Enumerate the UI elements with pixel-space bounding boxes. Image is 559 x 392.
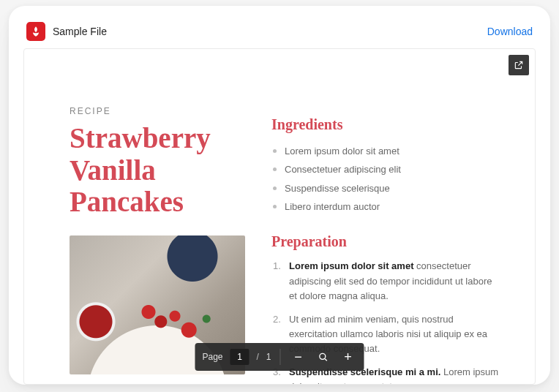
page-label: Page [202, 352, 222, 362]
total-pages: 1 [266, 352, 271, 362]
recipe-eyebrow: RECIPE [70, 106, 245, 116]
fit-page-icon [318, 351, 329, 363]
list-item: Lorem ipsum dolor sit amet consectetuer … [271, 259, 500, 303]
header-left: Sample File [26, 22, 107, 41]
plus-icon: + [344, 350, 352, 363]
page-number-input[interactable] [230, 349, 250, 365]
pdf-viewer: RECIPE Strawberry Vanilla Pancakes Ingre… [23, 48, 536, 385]
zoom-in-button[interactable]: + [339, 348, 357, 366]
list-item: Consectetuer adipiscing elit [271, 160, 500, 178]
viewer-frame: Sample File Download RECIPE Strawberry V… [9, 6, 550, 385]
toolbar-divider [280, 349, 281, 365]
page-separator: / [257, 352, 259, 362]
pdf-icon [26, 22, 45, 41]
fit-page-button[interactable] [315, 348, 332, 366]
zoom-out-button[interactable]: − [290, 348, 307, 366]
ingredients-list: Lorem ipsum dolor sit amet Consectetuer … [271, 142, 500, 216]
pdf-toolbar: Page / 1 − + [195, 343, 364, 371]
list-item: Suspendisse scelerisque [271, 179, 500, 197]
file-title: Sample File [53, 26, 107, 37]
minus-icon: − [294, 350, 302, 363]
list-item: Libero interdum auctor [271, 197, 500, 216]
recipe-title: Strawberry Vanilla Pancakes [70, 122, 245, 218]
preparation-heading: Preparation [271, 233, 500, 250]
ingredients-heading: Ingredients [271, 116, 500, 133]
step-emphasis: Lorem ipsum dolor sit amet [289, 260, 413, 271]
download-link[interactable]: Download [487, 26, 533, 37]
document-page: RECIPE Strawberry Vanilla Pancakes Ingre… [24, 49, 535, 385]
svg-point-0 [320, 353, 326, 359]
header: Sample File Download [23, 20, 536, 48]
list-item: Lorem ipsum dolor sit amet [271, 142, 500, 160]
